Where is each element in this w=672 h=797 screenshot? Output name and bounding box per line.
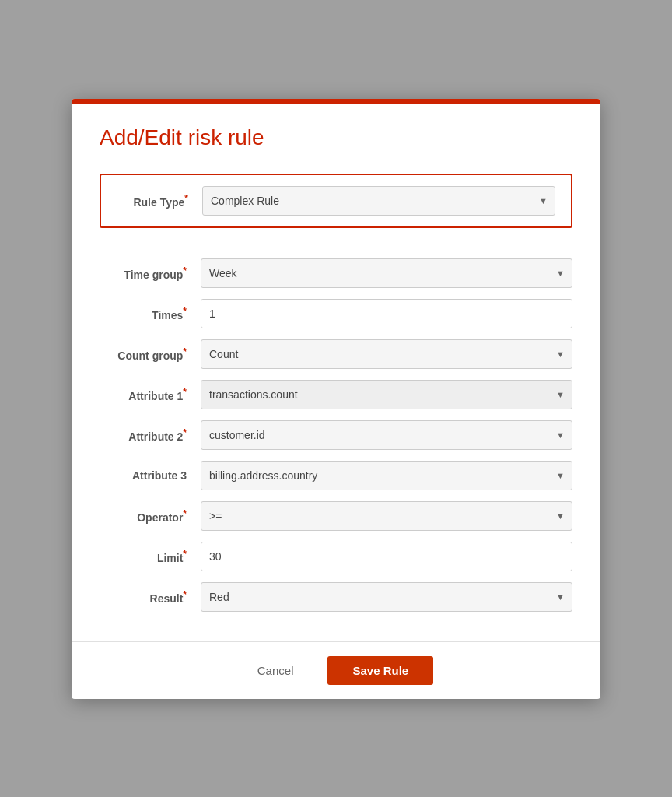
attribute2-select-wrapper: transactions.count customer.id billing.a… <box>201 420 572 450</box>
attribute1-select[interactable]: transactions.count customer.id billing.a… <box>201 380 572 409</box>
modal-header: Add/Edit risk rule <box>72 104 600 166</box>
times-row: Times* <box>100 299 572 328</box>
time-group-row: Time group* Day Week Month <box>100 258 572 288</box>
attribute2-row: Attribute 2* transactions.count customer… <box>100 420 572 450</box>
attribute3-label: Attribute 3 <box>100 469 201 482</box>
operator-select-wrapper: >= <= > < = != <box>201 501 572 531</box>
limit-input[interactable] <box>201 542 572 571</box>
modal-body: Rule Type* Simple Rule Complex Rule Velo… <box>72 166 600 641</box>
modal-footer: Cancel Save Rule <box>72 641 600 699</box>
times-input[interactable] <box>201 299 572 328</box>
rule-type-select[interactable]: Simple Rule Complex Rule Velocity Rule <box>202 186 555 216</box>
result-label: Result* <box>100 589 201 605</box>
time-group-select[interactable]: Day Week Month <box>201 258 572 288</box>
limit-label: Limit* <box>100 549 201 564</box>
modal-overlay: Add/Edit risk rule Rule Type* Simple Rul… <box>0 0 672 797</box>
attribute1-label: Attribute 1* <box>100 387 201 402</box>
save-button[interactable]: Save Rule <box>327 656 433 685</box>
attribute1-row: Attribute 1* transactions.count customer… <box>100 380 572 409</box>
attribute1-select-wrapper: transactions.count customer.id billing.a… <box>201 380 572 409</box>
operator-label: Operator* <box>100 508 201 524</box>
attribute3-row: Attribute 3 transactions.count customer.… <box>100 461 572 490</box>
divider <box>100 244 572 244</box>
result-row: Result* Red Orange Green Review <box>100 582 572 612</box>
attribute3-select[interactable]: transactions.count customer.id billing.a… <box>201 461 572 490</box>
cancel-button[interactable]: Cancel <box>239 658 313 683</box>
operator-select[interactable]: >= <= > < = != <box>201 501 572 531</box>
result-select[interactable]: Red Orange Green Review <box>201 582 572 612</box>
modal: Add/Edit risk rule Rule Type* Simple Rul… <box>72 99 600 699</box>
count-group-label: Count group* <box>100 346 201 362</box>
count-group-row: Count group* Count Sum Average <box>100 339 572 369</box>
operator-row: Operator* >= <= > < = != <box>100 501 572 531</box>
count-group-select[interactable]: Count Sum Average <box>201 339 572 369</box>
modal-title: Add/Edit risk rule <box>100 125 572 150</box>
result-select-wrapper: Red Orange Green Review <box>201 582 572 612</box>
attribute2-label: Attribute 2* <box>100 427 201 443</box>
rule-type-label: Rule Type* <box>117 193 202 209</box>
rule-type-section: Rule Type* Simple Rule Complex Rule Velo… <box>100 174 572 228</box>
times-label: Times* <box>100 306 201 321</box>
limit-row: Limit* <box>100 542 572 571</box>
count-group-select-wrapper: Count Sum Average <box>201 339 572 369</box>
attribute2-select[interactable]: transactions.count customer.id billing.a… <box>201 420 572 450</box>
rule-type-select-wrapper: Simple Rule Complex Rule Velocity Rule <box>202 186 555 216</box>
time-group-label: Time group* <box>100 265 201 281</box>
time-group-select-wrapper: Day Week Month <box>201 258 572 288</box>
attribute3-select-wrapper: transactions.count customer.id billing.a… <box>201 461 572 490</box>
